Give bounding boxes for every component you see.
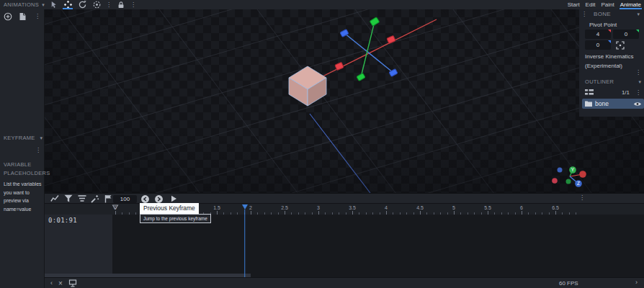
status-bar: ‹ × 60 FPS › [45, 277, 644, 288]
previous-keyframe-button[interactable] [140, 194, 150, 204]
next-keyframe-button[interactable] [154, 194, 164, 204]
ground-z-axis-line [310, 114, 370, 193]
bone-options-menu-icon[interactable]: ⋮ [635, 70, 641, 76]
selected-cube[interactable] [289, 66, 326, 106]
nav-axis-dot-blue[interactable] [558, 168, 563, 173]
timeline-menu-icon[interactable]: ⋮ [579, 195, 585, 201]
playback-speed-input[interactable]: 100 [113, 195, 137, 203]
variable-placeholders-help-text: List the variables you want to preview v… [4, 180, 43, 213]
timeline-toolbar: 100 ⋮ [45, 194, 644, 204]
nav-axis-x[interactable] [579, 171, 586, 178]
collapse-left-icon[interactable]: ‹ [50, 280, 53, 287]
center-pivot-button[interactable] [616, 41, 625, 50]
pivot-z-input[interactable]: 0 [585, 40, 611, 50]
view-orientation-gizmo[interactable]: Y Z [547, 161, 594, 193]
timeline-track-header[interactable]: 0:01:91 [45, 215, 112, 274]
animations-panel-header[interactable]: ANIMATIONS ▾ [0, 0, 45, 9]
outliner-panel-title: OUTLINER [585, 78, 614, 85]
gizmo-x-axis-line [313, 19, 437, 81]
left-sidebar: ⋮ KEYFRAME ▾ ⋮ VARIABLE PLACEHOLDERS Lis… [0, 9, 45, 288]
bone-panel-header[interactable]: ⋮ BONE ▾ [579, 11, 644, 17]
keyframe-panel-title: KEYFRAME [4, 135, 35, 141]
pivot-tool-button[interactable] [91, 0, 102, 9]
next-keyframe-icon [154, 194, 164, 204]
lock-icon [117, 1, 125, 9]
gizmo-handle-x-negative[interactable] [335, 62, 344, 70]
bone-panel-menu-icon[interactable]: ⋮ [581, 12, 587, 17]
gizmo-handle-y-positive[interactable] [370, 17, 380, 27]
onion-skin-flag-button[interactable] [104, 194, 112, 203]
chevron-down-icon: ▾ [40, 135, 43, 140]
timeline-panel: 100 ⋮ 00.511.522.533.544.555.566. [45, 193, 644, 277]
outliner-panel-header[interactable]: OUTLINER ▾ [585, 78, 641, 85]
nav-axis-y-label: Y [571, 167, 575, 172]
flag-icon [104, 194, 112, 203]
bone-panel-title: BONE [594, 11, 611, 17]
inverse-kinematics-label: Inverse Kinematics (Experimental) [585, 52, 641, 71]
display-mirror-button[interactable] [68, 279, 77, 287]
tool-menu-icon[interactable]: ⋮ [106, 2, 112, 8]
animations-actions [4, 12, 27, 21]
pivot-inputs-row1: 4 0 ⋮ [585, 30, 644, 39]
tab-animate[interactable]: Animate [620, 0, 642, 9]
gizmo-y-axis-line [361, 22, 375, 77]
sort-channels-button[interactable] [78, 194, 86, 202]
move-icon [63, 0, 73, 9]
magic-wand-icon [91, 194, 99, 203]
3d-viewport[interactable]: Y Z [45, 9, 644, 193]
variable-placeholders-title: VARIABLE PLACEHOLDERS [4, 161, 44, 178]
outliner-item-bone[interactable]: bone [582, 99, 644, 109]
outliner-toggle-button[interactable] [585, 89, 594, 96]
tooltip-description: Jump to the previous keyframe [140, 214, 211, 223]
loop-start-marker[interactable] [112, 204, 119, 210]
filter-funnel-icon [64, 194, 73, 202]
gizmo-handle-x-positive[interactable] [387, 35, 395, 43]
close-icon[interactable]: × [58, 280, 63, 287]
tab-start[interactable]: Start [567, 0, 581, 9]
rotate-tool-button[interactable] [77, 0, 87, 9]
animations-panel-title: ANIMATIONS [4, 1, 39, 8]
add-animation-button[interactable] [4, 12, 12, 21]
move-tool-button[interactable] [63, 0, 73, 9]
lock-motion-trail-button[interactable] [116, 0, 126, 9]
chevron-down-icon: ▾ [637, 12, 640, 17]
pivot-x-input[interactable]: 4 [585, 30, 611, 39]
pivot-inputs-row2: 0 [585, 40, 625, 50]
rotate-icon [78, 0, 87, 9]
timeline-ruler[interactable]: 00.511.522.533.544.555.566.5 [45, 204, 644, 215]
play-button[interactable] [170, 195, 177, 202]
expand-right-icon[interactable]: › [635, 279, 638, 286]
keyframe-menu-icon[interactable]: ⋮ [35, 148, 41, 153]
play-icon [170, 195, 177, 202]
load-animation-file-button[interactable] [19, 12, 27, 21]
nav-axis-dot-red[interactable] [552, 178, 558, 184]
sort-lines-icon [78, 194, 86, 202]
folder-icon [585, 101, 592, 107]
keyframe-panel-header[interactable]: KEYFRAME ▾ [4, 135, 43, 141]
visibility-eye-icon[interactable] [634, 102, 641, 107]
animate-effects-button[interactable] [91, 194, 99, 203]
timecode-display: 0:01:91 [48, 217, 77, 224]
pivot-y-input[interactable]: 0 [613, 30, 639, 39]
chevron-down-icon: ▾ [638, 79, 641, 84]
select-tool-button[interactable] [48, 0, 58, 9]
gizmo-handle-y-negative[interactable] [357, 73, 365, 81]
fps-indicator: 60 FPS [559, 280, 578, 287]
graph-editor-button[interactable] [50, 194, 59, 202]
outliner-menu-icon[interactable]: ⋮ [635, 90, 641, 96]
gizmo-z-axis-line [344, 33, 393, 73]
tab-edit[interactable]: Edit [585, 0, 596, 9]
timeline-track-area[interactable] [112, 215, 644, 274]
crosshair-icon [616, 41, 625, 50]
layers-icon [585, 89, 594, 96]
playhead-handle[interactable] [242, 204, 248, 210]
toolbar-menu-icon[interactable]: ⋮ [130, 2, 136, 8]
filter-channels-button[interactable] [64, 194, 73, 202]
tab-paint[interactable]: Paint [600, 0, 614, 9]
pivot-point-label: Pivot Point [589, 22, 617, 28]
animations-menu-icon[interactable]: ⋮ [35, 14, 40, 19]
timeline-horizontal-scrollbar[interactable] [45, 274, 251, 277]
mode-tabs: Start Edit Paint Animate [567, 0, 644, 9]
nav-axis-dot-green[interactable] [566, 179, 571, 184]
file-icon [19, 12, 27, 21]
